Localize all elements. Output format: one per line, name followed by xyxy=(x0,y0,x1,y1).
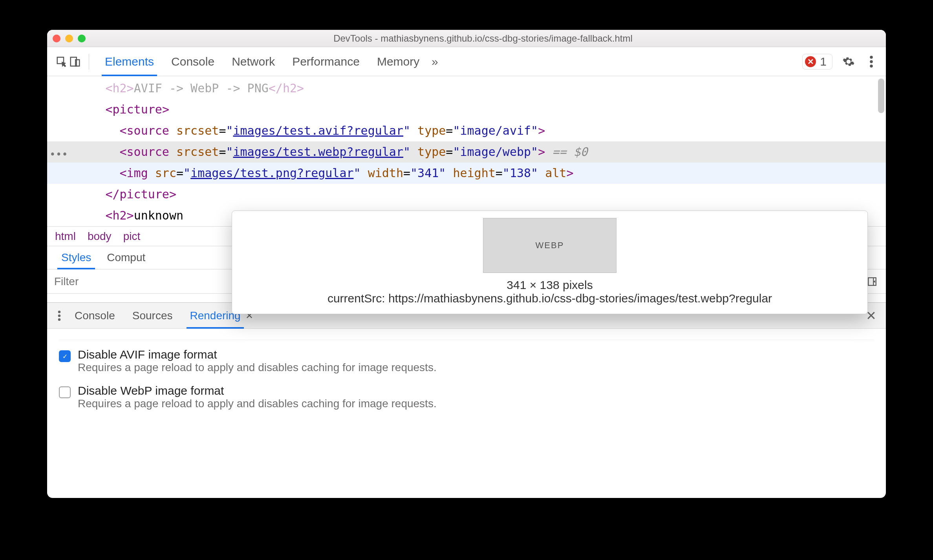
dom-line-hover[interactable]: <img src="images/test.png?regular" width… xyxy=(47,163,886,184)
option-title: Disable WebP image format xyxy=(78,384,437,397)
ellipsis-icon[interactable]: ••• xyxy=(49,145,68,164)
dom-line[interactable]: <h2>AVIF -> WebP -> PNG</h2> xyxy=(47,78,886,99)
drawer: Console Sources Rendering ✕ ✕ ✓ Disable … xyxy=(47,302,886,431)
checkbox-webp[interactable] xyxy=(59,386,71,398)
device-icon[interactable] xyxy=(68,55,82,68)
minimize-window-icon[interactable] xyxy=(65,35,73,42)
svg-point-8 xyxy=(58,314,61,317)
traffic-lights[interactable] xyxy=(53,35,86,42)
more-tabs-icon[interactable]: » xyxy=(428,55,441,68)
svg-point-3 xyxy=(870,56,873,59)
preview-thumb: WEBP xyxy=(483,218,617,273)
error-icon: ✕ xyxy=(805,56,816,67)
inspect-icon[interactable] xyxy=(55,55,68,68)
main-toolbar: Elements Console Network Performance Mem… xyxy=(47,47,886,76)
tab-styles[interactable]: Styles xyxy=(53,246,99,269)
rendering-panel: ✓ Disable AVIF image format Requires a p… xyxy=(47,329,886,431)
option-title: Disable AVIF image format xyxy=(78,348,437,361)
tab-memory[interactable]: Memory xyxy=(368,47,428,76)
zoom-window-icon[interactable] xyxy=(78,35,86,42)
svg-point-5 xyxy=(870,64,873,68)
svg-point-7 xyxy=(58,311,61,313)
tab-console[interactable]: Console xyxy=(163,47,223,76)
kebab-icon[interactable] xyxy=(865,55,878,68)
preview-dimensions: 341 × 138 pixels xyxy=(241,278,858,292)
dom-tree[interactable]: <h2>AVIF -> WebP -> PNG</h2> <picture> <… xyxy=(47,76,886,226)
devtools-window: DevTools - mathiasbynens.github.io/css-d… xyxy=(47,30,886,498)
image-preview-popover: WEBP 341 × 138 pixels currentSrc: https:… xyxy=(232,210,868,314)
dom-line[interactable]: <picture> xyxy=(47,99,886,120)
filter-input[interactable] xyxy=(54,275,195,288)
tab-network[interactable]: Network xyxy=(223,47,284,76)
crumb-html[interactable]: html xyxy=(55,230,76,243)
svg-point-4 xyxy=(870,60,873,63)
option-desc: Requires a page reload to apply and disa… xyxy=(78,397,437,410)
tab-performance[interactable]: Performance xyxy=(284,47,368,76)
option-desc: Requires a page reload to apply and disa… xyxy=(78,361,437,374)
drawer-close-icon[interactable]: ✕ xyxy=(866,308,880,323)
drawer-tab-sources[interactable]: Sources xyxy=(124,303,181,328)
window-title: DevTools - mathiasbynens.github.io/css-d… xyxy=(86,33,880,44)
drawer-tab-console[interactable]: Console xyxy=(66,303,124,328)
close-window-icon[interactable] xyxy=(53,35,60,42)
crumb-body[interactable]: body xyxy=(88,230,112,243)
gear-icon[interactable] xyxy=(842,55,855,68)
svg-point-9 xyxy=(58,318,61,321)
option-disable-webp: Disable WebP image format Requires a pag… xyxy=(59,384,874,410)
option-disable-avif: ✓ Disable AVIF image format Requires a p… xyxy=(59,348,874,374)
preview-currentsrc: currentSrc: https://mathiasbynens.github… xyxy=(241,292,858,305)
drawer-kebab-icon[interactable] xyxy=(53,309,66,322)
tab-elements[interactable]: Elements xyxy=(96,47,163,76)
titlebar: DevTools - mathiasbynens.github.io/css-d… xyxy=(47,30,886,47)
tab-computed[interactable]: Comput xyxy=(99,246,153,269)
error-badge[interactable]: ✕ 1 xyxy=(802,54,832,70)
dom-line-selected[interactable]: ••• <source srcset="images/test.webp?reg… xyxy=(47,141,886,163)
crumb-picture[interactable]: pict xyxy=(123,230,141,243)
checkbox-avif[interactable]: ✓ xyxy=(59,350,71,362)
dom-line[interactable]: </picture> xyxy=(47,184,886,205)
dom-line[interactable]: <source srcset="images/test.avif?regular… xyxy=(47,120,886,141)
error-count: 1 xyxy=(820,55,827,68)
